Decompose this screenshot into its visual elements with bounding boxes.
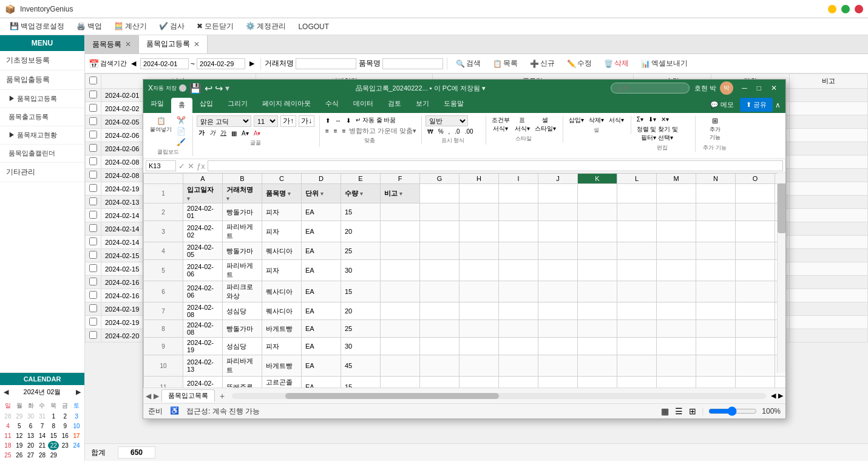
excel-cell-qty[interactable]: 30 xyxy=(341,338,381,355)
formula-check-icon[interactable]: ✓ xyxy=(178,162,185,171)
excel-cell-note[interactable] xyxy=(381,338,420,355)
align-middle-button[interactable]: ↔ xyxy=(333,115,343,125)
sidebar-item-other[interactable]: 기타관리 xyxy=(0,163,84,182)
row-checkbox[interactable] xyxy=(86,115,101,129)
excel-cell-o1[interactable] xyxy=(736,184,775,203)
excel-cell-k[interactable] xyxy=(578,302,617,320)
excel-close-button[interactable]: ✕ xyxy=(767,83,781,94)
excel-cell-p[interactable] xyxy=(775,377,786,388)
excel-cell-note[interactable] xyxy=(381,320,420,338)
ribbon-expand-icon[interactable]: ∧ xyxy=(775,101,781,109)
sheet-add-button[interactable]: + xyxy=(217,391,227,401)
cal-day-8[interactable]: 8 xyxy=(48,422,59,431)
excel-cell-n[interactable] xyxy=(696,320,736,338)
font-family-select[interactable]: 맑은 고딕 xyxy=(197,115,251,127)
cal-day-27[interactable]: 27 xyxy=(25,451,36,460)
excel-col-j[interactable]: J xyxy=(538,174,578,184)
cal-day-28-prev[interactable]: 28 xyxy=(2,412,13,421)
autosum-button[interactable]: Σ▾ xyxy=(635,115,645,123)
row-checkbox[interactable] xyxy=(86,102,101,115)
ribbon-tab-file[interactable]: 파일 xyxy=(143,97,171,113)
cal-day-5[interactable]: 5 xyxy=(14,422,25,431)
h-scroll-thumb[interactable] xyxy=(285,393,499,399)
excel-cell-l[interactable] xyxy=(617,242,657,260)
excel-cell-j[interactable] xyxy=(538,203,578,221)
cal-day-3[interactable]: 3 xyxy=(71,412,82,421)
cal-day-28[interactable]: 28 xyxy=(37,451,48,460)
excel-cell-i[interactable] xyxy=(499,260,538,281)
comment-button[interactable]: 💬 메모 xyxy=(707,98,737,111)
cal-day-19[interactable]: 19 xyxy=(14,441,25,450)
excel-cell-f1[interactable]: 비고 ▾ xyxy=(381,184,420,203)
excel-cell-i[interactable] xyxy=(499,203,538,221)
excel-col-g[interactable]: G xyxy=(420,174,459,184)
excel-cell-note[interactable] xyxy=(381,355,420,377)
excel-cell-n[interactable] xyxy=(696,355,736,377)
excel-cell-j[interactable] xyxy=(538,260,578,281)
item-input[interactable] xyxy=(382,58,443,69)
excel-col-i[interactable]: I xyxy=(499,174,538,184)
excel-cell-unit[interactable]: EA xyxy=(302,338,341,355)
row-checkbox[interactable] xyxy=(86,196,101,209)
excel-cell-vendor[interactable]: 빵돌가마 xyxy=(223,203,262,221)
excel-minimize-button[interactable]: ─ xyxy=(738,83,751,94)
excel-cell-o[interactable] xyxy=(736,281,775,302)
excel-cell-date[interactable]: 2024-02-02 xyxy=(183,221,223,242)
excel-cell-n[interactable] xyxy=(696,242,736,260)
excel-cell-note[interactable] xyxy=(381,260,420,281)
excel-cell-h[interactable] xyxy=(459,242,499,260)
excel-cell-k[interactable] xyxy=(578,338,617,355)
excel-cell-b1[interactable]: 거래처명 ▾ xyxy=(223,184,262,203)
excel-cell-o[interactable] xyxy=(736,355,775,377)
excel-cell-m1[interactable] xyxy=(657,184,696,203)
font-shrink-button[interactable]: 가↓ xyxy=(299,115,314,127)
italic-button[interactable]: 가 xyxy=(208,128,217,138)
excel-cell-o[interactable] xyxy=(736,377,775,388)
list-button[interactable]: 📋 목록 xyxy=(488,56,523,70)
format-cell-button[interactable]: 서식▾ xyxy=(607,115,626,125)
excel-cell-unit[interactable]: EA xyxy=(302,320,341,338)
search-button[interactable]: 🔍 검색 xyxy=(451,56,486,70)
sheet-scroll-left[interactable]: ◀ xyxy=(146,392,151,400)
excel-cell-unit[interactable]: EA xyxy=(302,203,341,221)
excel-col-b[interactable]: B xyxy=(223,174,262,184)
ribbon-tab-insert[interactable]: 삽입 xyxy=(192,97,220,113)
sort-filter-button[interactable]: 정렬 및 찾기 및필터▾ 선택▾ xyxy=(635,125,680,143)
currency-button[interactable]: ₩ xyxy=(426,128,435,135)
excel-cell-m[interactable] xyxy=(657,320,696,338)
excel-cell-m[interactable] xyxy=(657,355,696,377)
excel-cell-note[interactable] xyxy=(381,281,420,302)
excel-cell-m[interactable] xyxy=(657,377,696,388)
qat-redo-icon[interactable]: ↪ xyxy=(215,83,223,94)
cal-day-29-prev[interactable]: 29 xyxy=(14,412,25,421)
excel-cell-item[interactable]: 퀘사디아 xyxy=(262,242,302,260)
sidebar-item-item-entry[interactable]: 품목입출등록 xyxy=(0,70,84,90)
sidebar-item-stock[interactable]: ▶ 품목재고현황 xyxy=(0,126,84,145)
excel-cell-l[interactable] xyxy=(617,203,657,221)
excel-cell-vendor[interactable]: 빵돌가마 xyxy=(223,320,262,338)
tab-item-reg-close[interactable]: ✕ xyxy=(125,40,131,49)
delete-cell-button[interactable]: 삭제▾ xyxy=(587,115,606,125)
excel-cell-qty[interactable]: 30 xyxy=(341,260,381,281)
sheet-scroll-right[interactable]: ▶ xyxy=(154,392,159,400)
excel-cell-item[interactable]: 피자 xyxy=(262,338,302,355)
excel-cell-h[interactable] xyxy=(459,203,499,221)
cal-day-4[interactable]: 4 xyxy=(2,422,13,431)
excel-cell-i[interactable] xyxy=(499,242,538,260)
excel-cell-qty[interactable]: 15 xyxy=(341,281,381,302)
excel-col-o[interactable]: O xyxy=(736,174,775,184)
excel-cell-date[interactable]: 2024-02-14 xyxy=(183,377,223,388)
excel-cell-k[interactable] xyxy=(578,355,617,377)
excel-cell-vendor[interactable]: 성심당 xyxy=(223,338,262,355)
cal-day-11[interactable]: 11 xyxy=(2,431,13,440)
ribbon-tab-draw[interactable]: 그리기 xyxy=(220,97,255,113)
excel-cell-k[interactable] xyxy=(578,320,617,338)
date-to-input[interactable] xyxy=(197,58,245,69)
excel-cell-h[interactable] xyxy=(459,355,499,377)
excel-cell-l[interactable] xyxy=(617,377,657,388)
excel-cell-l[interactable] xyxy=(617,260,657,281)
row-checkbox[interactable] xyxy=(86,302,101,316)
excel-cell-date[interactable]: 2024-02-08 xyxy=(183,302,223,320)
excel-cell-vendor[interactable]: 파리크로와상 xyxy=(223,281,262,302)
row-checkbox[interactable] xyxy=(86,182,101,196)
